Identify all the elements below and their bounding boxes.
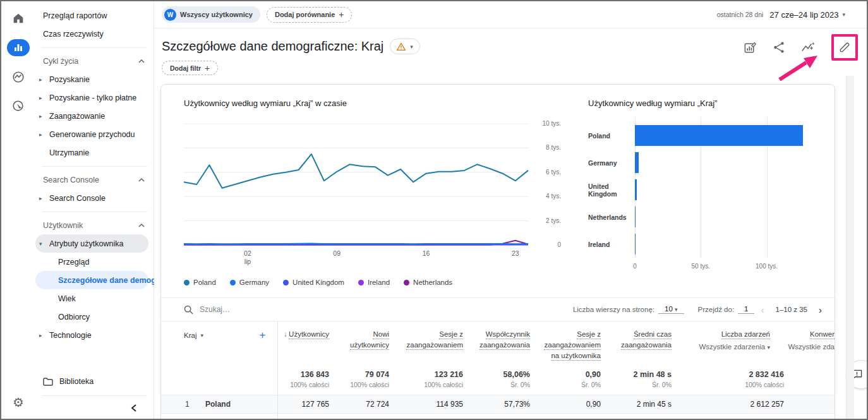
- sort-desc-icon: ↓: [284, 330, 287, 338]
- legend-dot: [358, 280, 364, 285]
- legend-dot: [184, 280, 190, 285]
- audience-chip-label: Wszyscy użytkownicy: [180, 11, 253, 18]
- divider: [42, 212, 147, 212]
- edit-pencil-icon[interactable]: [838, 40, 852, 54]
- add-comparison-button[interactable]: Dodaj porównanie+: [267, 7, 353, 23]
- totals-row: 136 843100% całości79 074100% całości123…: [161, 368, 835, 395]
- goto-page-input[interactable]: 1: [738, 305, 754, 314]
- sidebar-item-generowanie-przychodu[interactable]: ▸Generowanie przychodu: [35, 125, 154, 143]
- column-header-kraj[interactable]: Kraj▾ +: [161, 321, 277, 368]
- date-range-selector[interactable]: 27 cze–24 lip 2023▾: [769, 10, 845, 20]
- line-chart[interactable]: [184, 123, 528, 246]
- chevron-up-icon: [138, 224, 145, 227]
- bar[interactable]: [635, 152, 639, 173]
- bar-category-label: Poland: [588, 122, 635, 149]
- app-rail: ⚙: [1, 1, 35, 419]
- audience-avatar: W: [164, 9, 176, 21]
- audience-chip[interactable]: W Wszyscy użytkownicy: [162, 6, 260, 23]
- data-quality-indicator[interactable]: ▾: [390, 39, 420, 54]
- chevron-up-icon: [138, 178, 145, 182]
- sidebar-item-pozyskanie-platne[interactable]: ▸Pozyskanie - tylko płatne: [35, 88, 154, 107]
- bar[interactable]: [635, 207, 636, 227]
- data-table: Kraj▾ + ↓Użytkownicy Nowi użytkownicy: [161, 321, 835, 419]
- report-toolbar: [743, 34, 858, 61]
- sidebar-item-przeglad[interactable]: Przegląd: [35, 253, 154, 271]
- expand-arrow-icon: ▸: [39, 95, 49, 101]
- column-header-sesje-z-zaangazowaniem[interactable]: Sesje z zaangażowaniem: [392, 321, 466, 368]
- table-search[interactable]: [184, 305, 573, 315]
- share-icon[interactable]: [772, 40, 786, 54]
- sidebar-item-technologie[interactable]: ▸Technologie: [35, 326, 154, 344]
- bar-row: [635, 122, 819, 149]
- legend-item: Netherlands: [404, 279, 452, 286]
- sidebar-section-search-console[interactable]: Search Console: [35, 171, 154, 189]
- add-column-button[interactable]: +: [260, 329, 266, 342]
- bar-chart-title: Użytkownicy według wymiaru „Kraj”: [588, 99, 819, 108]
- divider: [42, 47, 147, 48]
- sidebar-item-szczegolowe-dane-demograficzne[interactable]: Szczegółowe dane demog…: [35, 271, 148, 289]
- y-axis-label: 2 tys.: [546, 217, 561, 224]
- scrollbar-track[interactable]: [846, 76, 854, 419]
- sidebar-item-search-console[interactable]: ▸Search Console: [35, 189, 154, 207]
- bar[interactable]: [635, 179, 637, 200]
- column-header-sredni-czas[interactable]: Średni czas zaangażowania: [603, 321, 674, 368]
- bar[interactable]: [635, 234, 636, 255]
- sidebar-item-utrzymanie[interactable]: Utrzymanie: [35, 143, 154, 162]
- prev-page-button[interactable]: ‹: [758, 304, 766, 315]
- bar-chart-x-axis: 050 tys.100 tys.: [635, 263, 819, 274]
- expand-arrow-icon: ▸: [39, 131, 49, 138]
- rows-per-page-select[interactable]: 10 ▾: [658, 305, 684, 314]
- column-header-wspolczynnik-zaangazowania[interactable]: Współczynnik zaangażowania: [466, 321, 533, 368]
- bar-row: [635, 149, 819, 176]
- table-row[interactable]: 2Germany2 7961 7002 50662,11%0,903 min 2…: [161, 414, 835, 419]
- sidebar-section-uzytkownik[interactable]: Użytkownik: [35, 216, 154, 234]
- sidebar-item-biblioteka[interactable]: Biblioteka: [43, 377, 93, 386]
- admin-gear-icon[interactable]: ⚙: [1, 395, 35, 410]
- y-axis-label: 0: [557, 241, 561, 248]
- column-header-konwersje[interactable]: Konwer Wszystkie zda: [787, 321, 835, 368]
- sidebar-item-pozyskanie[interactable]: ▸Pozyskanie: [35, 70, 154, 88]
- bar-chart-categories: PolandGermanyUnited KingdomNetherlandsIr…: [588, 122, 635, 258]
- reports-icon[interactable]: [7, 39, 30, 56]
- folder-icon: [43, 378, 53, 386]
- x-axis-label: 02lip: [244, 249, 251, 266]
- sidebar-section-cykl-zycia[interactable]: Cykl życia: [35, 52, 154, 70]
- chevron-down-icon: ▾: [767, 344, 770, 351]
- main-content: W Wszyscy użytkownicy Dodaj porównanie+ …: [154, 1, 867, 419]
- sidebar-item-atrybuty-uzytkownika[interactable]: ▾Atrybuty użytkownika: [35, 234, 148, 253]
- report-nav-sidebar: Przegląd raportów Czas rzeczywisty Cykl …: [35, 1, 154, 419]
- plus-icon: +: [205, 63, 210, 73]
- plus-icon: +: [339, 9, 344, 20]
- expand-arrow-icon: ▸: [39, 113, 49, 119]
- sidebar-item-odbiorcy[interactable]: Odbiorcy: [35, 308, 154, 326]
- column-header-nowi-uzytkownicy[interactable]: Nowi użytkownicy: [332, 321, 392, 368]
- bar[interactable]: [635, 125, 803, 146]
- goto-page-label: Przejdź do:: [698, 306, 735, 313]
- page-title: Szczegółowe dane demograficzne: Kraj: [162, 39, 383, 54]
- bar-row: [635, 203, 819, 231]
- explore-icon[interactable]: [10, 69, 27, 85]
- home-icon[interactable]: [10, 10, 27, 27]
- column-header-uzytkownicy[interactable]: ↓Użytkownicy: [277, 321, 332, 368]
- customize-report-icon[interactable]: [743, 40, 757, 54]
- pagination: Liczba wierszy na stronę: 10 ▾ Przejdź d…: [573, 304, 824, 315]
- collapse-sidebar-button[interactable]: [131, 404, 137, 414]
- ga4-window: ⚙ Przegląd raportów Czas rzeczywisty Cyk…: [0, 0, 868, 420]
- column-header-sesje-na-uzytkownika[interactable]: Sesje z zaangażowaniem na użytkownika: [533, 321, 603, 368]
- sidebar-item-czas-rzeczywisty[interactable]: Czas rzeczywisty: [35, 25, 154, 43]
- search-input[interactable]: [200, 305, 339, 314]
- sidebar-item-przeglad-raportow[interactable]: Przegląd raportów: [35, 6, 154, 25]
- add-filter-button[interactable]: Dodaj filtr+: [162, 61, 218, 75]
- line-chart-panel: Użytkownicy według wymiaru „Kraj” w czas…: [184, 99, 588, 286]
- bar-chart[interactable]: [635, 122, 819, 258]
- rows-per-page-label: Liczba wierszy na stronę:: [573, 306, 654, 313]
- insights-icon[interactable]: [801, 40, 815, 54]
- next-page-button[interactable]: ›: [816, 304, 824, 315]
- sidebar-item-zaangazowanie[interactable]: ▸Zaangażowanie: [35, 107, 154, 125]
- column-header-liczba-zdarzen[interactable]: Liczba zdarzeń Wszystkie zdarzenia ▾: [674, 321, 787, 368]
- expand-arrow-icon: ▸: [39, 76, 49, 83]
- sidebar-item-wiek[interactable]: Wiek: [35, 289, 154, 308]
- expand-arrow-icon: ▸: [39, 195, 49, 201]
- table-row[interactable]: 1Poland127 76572 724114 93557,73%0,902 m…: [161, 395, 835, 414]
- advertising-icon[interactable]: [10, 98, 27, 114]
